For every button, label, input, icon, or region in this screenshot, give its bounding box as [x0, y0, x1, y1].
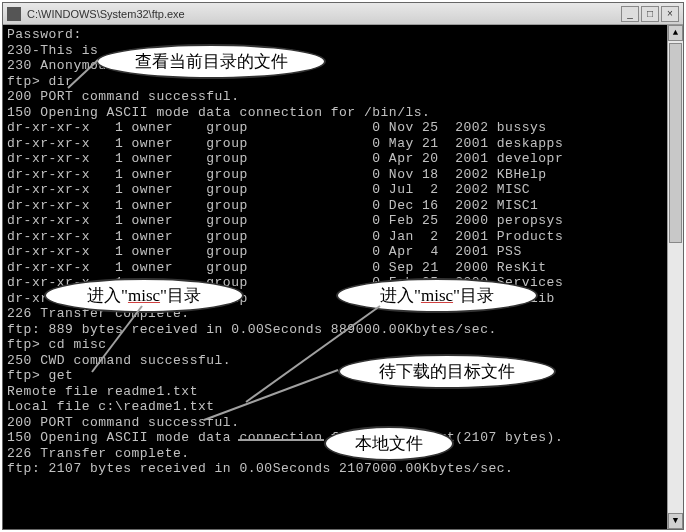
line: ftp> get — [7, 368, 73, 383]
scroll-down-button[interactable]: ▼ — [668, 513, 683, 529]
line: dr-xr-xr-x 1 owner group 0 Feb 25 2000 p… — [7, 213, 563, 228]
callout-enter-misc-1: 进入"misc"目录 — [44, 278, 244, 313]
line: ftp> cd misc — [7, 337, 107, 352]
callout-text-c: "目录 — [453, 286, 494, 305]
close-button[interactable]: × — [661, 6, 679, 22]
minimize-button[interactable]: _ — [621, 6, 639, 22]
line: Remote file readme1.txt — [7, 384, 198, 399]
title-bar[interactable]: C:\WINDOWS\System32\ftp.exe _ □ × — [3, 3, 683, 25]
callout-text-a: 进入" — [380, 286, 421, 305]
callout-text-b: misc — [421, 286, 453, 305]
line: dr-xr-xr-x 1 owner group 0 Jan 2 2001 Pr… — [7, 229, 563, 244]
callout-local-file: 本地文件 — [324, 426, 454, 461]
callout-enter-misc-2: 进入"misc"目录 — [336, 278, 538, 313]
callout-text: 待下载的目标文件 — [379, 362, 515, 381]
line: 250 CWD command successful. — [7, 353, 231, 368]
line: ftp> dir — [7, 74, 73, 89]
callout-text-c: "目录 — [160, 286, 201, 305]
callout-view-files: 查看当前目录的文件 — [96, 44, 326, 79]
callout-text-a: 进入" — [87, 286, 128, 305]
line: dr-xr-xr-x 1 owner group 0 Apr 20 2001 d… — [7, 151, 563, 166]
line: 230-This is — [7, 43, 107, 58]
vertical-scrollbar[interactable]: ▲ ▼ — [667, 25, 683, 529]
callout-text-b: misc — [128, 286, 160, 305]
line: dr-xr-xr-x 1 owner group 0 Jul 2 2002 MI… — [7, 182, 530, 197]
line: dr-xr-xr-x 1 owner group 0 Nov 25 2002 b… — [7, 120, 547, 135]
line: 0 Apr 4 2001 PSS — [248, 244, 522, 259]
line: 0 Sep 21 2000 ResKit — [248, 260, 547, 275]
callout-text: 本地文件 — [355, 434, 423, 453]
scroll-thumb[interactable] — [669, 43, 682, 243]
window-title: C:\WINDOWS\System32\ftp.exe — [27, 8, 621, 20]
line: dr-xr-xr-x 1 owner group 0 Nov 18 2002 K… — [7, 167, 547, 182]
line: 226 Transfer complete. — [7, 446, 190, 461]
line: 200 PORT command successful. — [7, 89, 239, 104]
scroll-up-button[interactable]: ▲ — [668, 25, 683, 41]
line: Password: — [7, 27, 82, 42]
callout-text: 查看当前目录的文件 — [135, 52, 288, 71]
line: dr-xr-xr-x 1 owner group — [7, 244, 248, 259]
window-controls: _ □ × — [621, 6, 679, 22]
line: Local file c:\readme1.txt — [7, 399, 215, 414]
maximize-button[interactable]: □ — [641, 6, 659, 22]
line: 150 Opening ASCII mode data connection f… — [7, 105, 430, 120]
line: dr-xr-xr-x 1 owner group 0 May 21 2001 d… — [7, 136, 563, 151]
line: 200 PORT command successful. — [7, 415, 239, 430]
line: dr-xr-xr-x 1 owner group 0 Dec 16 2002 M… — [7, 198, 538, 213]
line: 150 Opening ASCII mode data connection f… — [7, 430, 563, 445]
callout-target-file: 待下载的目标文件 — [338, 354, 556, 389]
line: dr-xr-xr-x 1 owner group — [7, 260, 248, 275]
app-icon — [7, 7, 21, 21]
line: ftp: 889 bytes received in 0.00Seconds 8… — [7, 322, 497, 337]
line: ftp: 2107 bytes received in 0.00Seconds … — [7, 461, 513, 476]
